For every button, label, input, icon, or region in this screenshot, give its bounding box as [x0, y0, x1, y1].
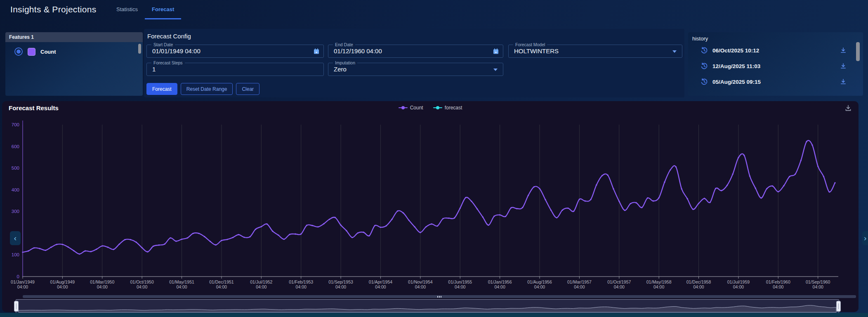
- datazoom-slider[interactable]: [16, 299, 839, 313]
- svg-text:01/Sep/195304:00: 01/Sep/195304:00: [328, 279, 353, 289]
- reset-date-range-button[interactable]: Reset Date Range: [181, 83, 233, 95]
- svg-text:01/Oct/195704:00: 01/Oct/195704:00: [607, 279, 631, 289]
- history-clock-icon: [701, 47, 708, 54]
- radio-selected-icon[interactable]: [14, 47, 23, 56]
- imputation-select[interactable]: Imputation Zero: [328, 63, 503, 76]
- svg-text:01/Mar/195004:00: 01/Mar/195004:00: [90, 279, 114, 289]
- forecast-results-panel: Forecast Results Count forecast 01/Jan/1…: [2, 101, 859, 312]
- tab-bar: Statistics Forecast: [109, 0, 181, 19]
- chart-horizontal-scrollbar[interactable]: [23, 295, 856, 298]
- forecast-button[interactable]: Forecast: [146, 83, 177, 95]
- bottom-accent-strip: [0, 313, 868, 317]
- chevron-left-button[interactable]: ‹: [10, 231, 21, 245]
- svg-text:01/Apr/195404:00: 01/Apr/195404:00: [369, 279, 392, 289]
- clear-button[interactable]: Clear: [236, 83, 259, 95]
- history-item[interactable]: 06/Oct/2025 10:12: [688, 43, 863, 58]
- config-button-row: Forecast Reset Date Range Clear: [146, 83, 259, 95]
- chevron-right-button[interactable]: ›: [862, 231, 868, 245]
- download-icon[interactable]: [840, 47, 847, 54]
- page-title: Insights & Projections: [10, 5, 97, 14]
- datazoom-preview-wave: [16, 300, 839, 313]
- history-item[interactable]: 05/Aug/2025 09:15: [688, 74, 863, 90]
- forecast-steps-field[interactable]: Forecast Steps 1: [146, 63, 324, 76]
- feature-label: Count: [40, 49, 56, 55]
- feature-color-swatch[interactable]: [28, 48, 35, 56]
- imputation-value: Zero: [334, 63, 347, 75]
- history-timestamp: 06/Oct/2025 10:12: [712, 47, 759, 54]
- feature-row-count[interactable]: Count: [5, 42, 143, 56]
- datazoom-handle-right[interactable]: [836, 301, 841, 312]
- end-date-value: 01/12/1960 04:00: [334, 45, 382, 57]
- history-panel-title: history: [688, 32, 863, 43]
- start-date-value: 01/01/1949 04:00: [152, 45, 200, 57]
- insights-projections-page: Insights & Projections Statistics Foreca…: [0, 0, 868, 317]
- forecast-line-chart: 01/Jan/194904:0001/Aug/194904:0001/Mar/1…: [2, 101, 859, 312]
- svg-text:01/Mar/195704:00: 01/Mar/195704:00: [567, 279, 592, 289]
- svg-text:01/Jan/195604:00: 01/Jan/195604:00: [488, 279, 512, 289]
- svg-text:01/Oct/195004:00: 01/Oct/195004:00: [130, 279, 154, 289]
- tab-forecast[interactable]: Forecast: [145, 0, 181, 19]
- history-timestamp: 05/Aug/2025 09:15: [712, 79, 761, 85]
- tab-statistics[interactable]: Statistics: [109, 0, 145, 19]
- forecast-model-select[interactable]: Forecast Model HOLTWINTERS: [508, 45, 682, 58]
- end-date-field[interactable]: End Date 01/12/1960 04:00: [328, 45, 503, 58]
- history-clock-icon: [701, 62, 708, 70]
- forecast-model-value: HOLTWINTERS: [514, 45, 559, 57]
- forecast-steps-label: Forecast Steps: [151, 60, 185, 65]
- svg-text:400: 400: [12, 187, 19, 192]
- svg-text:01/Feb/196004:00: 01/Feb/196004:00: [766, 279, 790, 289]
- svg-text:01/Nov/195404:00: 01/Nov/195404:00: [408, 279, 433, 289]
- svg-text:100: 100: [12, 252, 19, 257]
- svg-text:01/Sep/196004:00: 01/Sep/196004:00: [806, 279, 830, 289]
- svg-text:01/May/195804:00: 01/May/195804:00: [646, 279, 672, 289]
- svg-text:01/Jan/194904:00: 01/Jan/194904:00: [11, 279, 35, 289]
- svg-text:01/Dec/195804:00: 01/Dec/195804:00: [686, 279, 711, 289]
- features-scrollbar[interactable]: [138, 44, 141, 54]
- caret-down-icon: [672, 50, 677, 53]
- history-scrollbar[interactable]: [856, 42, 860, 61]
- forecast-steps-value: 1: [152, 63, 156, 75]
- history-panel: history 06/Oct/2025 10:12 12/Aug/2025 11…: [688, 32, 863, 96]
- svg-text:300: 300: [12, 209, 19, 214]
- svg-text:01/Dec/195104:00: 01/Dec/195104:00: [209, 279, 234, 289]
- svg-text:01/Aug/194904:00: 01/Aug/194904:00: [50, 279, 75, 289]
- svg-text:700: 700: [12, 122, 19, 127]
- svg-text:01/Jul/195204:00: 01/Jul/195204:00: [250, 279, 272, 289]
- history-timestamp: 12/Aug/2025 11:03: [712, 63, 760, 69]
- download-icon[interactable]: [840, 78, 847, 85]
- svg-text:01/May/195104:00: 01/May/195104:00: [169, 279, 194, 289]
- start-date-field[interactable]: Start Date 01/01/1949 04:00: [146, 45, 324, 58]
- download-icon[interactable]: [840, 63, 847, 69]
- drag-grip-icon: [437, 296, 441, 298]
- svg-text:0: 0: [17, 274, 19, 279]
- features-panel-header: Features 1: [5, 32, 143, 42]
- calendar-icon[interactable]: [493, 48, 499, 54]
- caret-down-icon: [493, 69, 498, 71]
- datazoom-handle-left[interactable]: [14, 301, 19, 312]
- features-panel: Features 1 Count: [5, 32, 143, 96]
- history-item[interactable]: 12/Aug/2025 11:03: [688, 58, 863, 74]
- calendar-icon[interactable]: [313, 48, 320, 54]
- svg-text:01/Jul/195904:00: 01/Jul/195904:00: [727, 279, 750, 289]
- svg-text:01/Feb/195304:00: 01/Feb/195304:00: [289, 279, 313, 289]
- forecast-config-panel: Forecast Config Start Date 01/01/1949 04…: [144, 29, 684, 97]
- forecast-config-title: Forecast Config: [147, 33, 191, 40]
- svg-text:500: 500: [12, 166, 19, 170]
- svg-text:01/Aug/195604:00: 01/Aug/195604:00: [527, 279, 552, 289]
- history-clock-icon: [701, 78, 708, 85]
- svg-text:01/Jun/195504:00: 01/Jun/195504:00: [448, 279, 472, 289]
- svg-text:600: 600: [12, 144, 19, 149]
